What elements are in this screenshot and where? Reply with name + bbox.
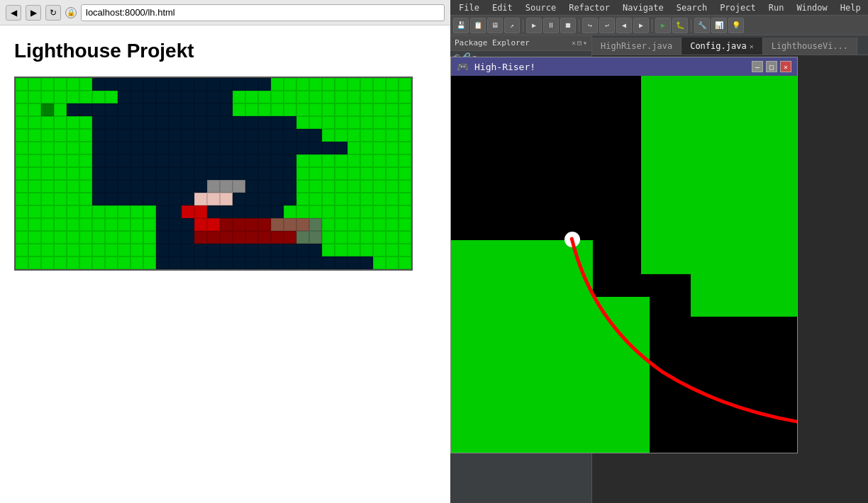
grid-row-12 [16, 231, 411, 244]
pause-btn[interactable]: ⏸ [543, 18, 559, 33]
grid-cell-1-29 [386, 91, 399, 103]
grid-cell-9-19 [258, 193, 271, 205]
back-btn[interactable]: ◀ [616, 18, 632, 33]
grid-cell-7-29 [386, 167, 399, 180]
grid-row-9 [16, 193, 411, 205]
grid-cell-4-7 [105, 129, 118, 142]
grid-cell-6-4 [67, 154, 79, 167]
grid-cell-10-12 [169, 205, 182, 218]
grid-cell-3-13 [182, 116, 194, 129]
grid-cell-13-19 [258, 244, 271, 256]
grid-cell-8-4 [67, 180, 79, 193]
grid-cell-4-30 [399, 129, 411, 142]
extra-btn-3[interactable]: 💡 [728, 18, 744, 33]
tool-btn-1[interactable]: 💾 [453, 18, 469, 33]
game-close-btn[interactable]: ✕ [780, 61, 791, 72]
grid-cell-11-1 [28, 218, 41, 231]
grid-cell-0-1 [28, 78, 41, 91]
grid-cell-12-30 [399, 231, 411, 244]
grid-cell-0-24 [322, 78, 335, 91]
menu-item-edit[interactable]: Edit [486, 1, 518, 14]
grid-cell-8-7 [105, 180, 118, 193]
menu-item-run[interactable]: Run [763, 1, 790, 14]
config-tab-close[interactable]: ✕ [750, 43, 754, 50]
explorer-menu[interactable]: ▾ [583, 39, 587, 47]
menu-item-refactor[interactable]: Refactor [563, 1, 616, 14]
tab-config[interactable]: Config.java ✕ [681, 38, 763, 55]
grid-cell-9-26 [347, 193, 360, 205]
grid-cell-3-2 [41, 116, 54, 129]
grid-cell-10-10 [143, 205, 156, 218]
grid-cell-10-25 [335, 205, 347, 218]
grid-cell-0-18 [245, 78, 258, 91]
menu-item-project[interactable]: Project [714, 1, 762, 14]
explorer-close[interactable]: ✕ [572, 39, 576, 47]
grid-cell-8-24 [322, 180, 335, 193]
grid-cell-1-2 [41, 91, 54, 103]
tab-highriser[interactable]: HighRiser.java [592, 38, 681, 55]
debug-btn[interactable]: ▶ [526, 18, 542, 33]
grid-cell-6-8 [118, 154, 130, 167]
grid-cell-10-18 [245, 205, 258, 218]
grid-cell-14-21 [284, 256, 296, 269]
grid-cell-7-18 [245, 167, 258, 180]
grid-cell-1-23 [309, 91, 322, 103]
step-btn[interactable]: ↪ [582, 18, 598, 33]
grid-cell-12-11 [156, 231, 169, 244]
page-title: Lighthouse Projekt [14, 40, 436, 62]
game-title-icon: 🎮 [457, 61, 469, 72]
grid-cell-4-17 [233, 129, 245, 142]
explorer-minimize[interactable]: ⊟ [577, 39, 582, 47]
grid-cell-10-23 [309, 205, 322, 218]
grid-cell-3-21 [284, 116, 296, 129]
stop-btn[interactable]: ⏹ [560, 18, 576, 33]
grid-cell-6-16 [220, 154, 233, 167]
grid-cell-7-5 [79, 167, 92, 180]
forward-button[interactable]: ▶ [26, 5, 41, 21]
grid-cell-11-7 [105, 218, 118, 231]
security-icon: 🔒 [65, 7, 77, 18]
run-btn[interactable]: ▶ [655, 18, 671, 33]
grid-cell-7-1 [28, 167, 41, 180]
grid-cell-9-6 [92, 193, 105, 205]
grid-cell-0-0 [16, 78, 28, 91]
grid-cell-7-13 [182, 167, 194, 180]
game-canvas [451, 76, 797, 453]
grid-cell-1-25 [335, 91, 347, 103]
grid-cell-11-18 [245, 218, 258, 231]
extra-btn-1[interactable]: 🔧 [694, 18, 710, 33]
grid-cell-9-11 [156, 193, 169, 205]
grid-cell-12-3 [54, 231, 67, 244]
menu-item-window[interactable]: Window [791, 1, 833, 14]
menu-item-file[interactable]: File [453, 1, 485, 14]
menu-item-navigate[interactable]: Navigate [617, 1, 669, 14]
grid-row-7 [16, 167, 411, 180]
tool-btn-3[interactable]: 🖥 [487, 18, 503, 33]
tool-btn-2[interactable]: 📋 [470, 18, 486, 33]
refresh-button[interactable]: ↻ [45, 5, 61, 21]
grid-row-14 [16, 256, 411, 269]
grid-cell-8-12 [169, 180, 182, 193]
grid-cell-10-26 [347, 205, 360, 218]
grid-cell-14-25 [335, 256, 347, 269]
tab-lighthousevi[interactable]: LighthouseVi... [763, 38, 857, 55]
menu-item-search[interactable]: Search [671, 1, 713, 14]
grid-cell-12-12 [169, 231, 182, 244]
fwd-btn[interactable]: ▶ [633, 18, 649, 33]
debug2-btn[interactable]: 🐛 [672, 18, 688, 33]
menu-item-help[interactable]: Help [835, 1, 867, 14]
grid-cell-5-1 [28, 142, 41, 154]
step2-btn[interactable]: ↩ [599, 18, 615, 33]
grid-cell-4-15 [207, 129, 220, 142]
menu-item-source[interactable]: Source [520, 1, 562, 14]
grid-cell-14-20 [271, 256, 284, 269]
tool-btn-4[interactable]: ↗ [504, 18, 520, 33]
address-bar[interactable] [81, 4, 445, 21]
game-maximize-btn[interactable]: □ [766, 61, 777, 72]
back-button[interactable]: ◀ [6, 5, 21, 21]
game-minimize-btn[interactable]: — [752, 61, 763, 72]
extra-btn-2[interactable]: 📊 [711, 18, 727, 33]
grid-cell-8-25 [335, 180, 347, 193]
game-controls: — □ ✕ [752, 61, 791, 72]
browser-panel: ◀ ▶ ↻ 🔒 Lighthouse Projekt [0, 0, 450, 503]
